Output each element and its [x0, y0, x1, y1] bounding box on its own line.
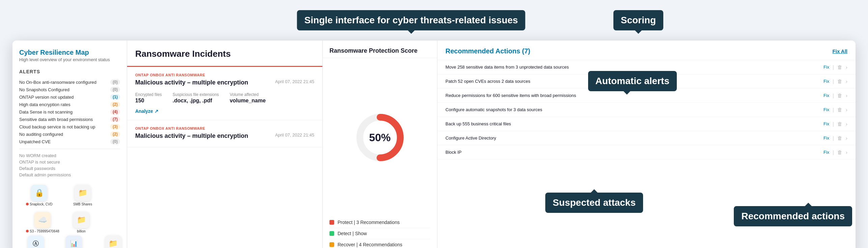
incident-tag: ONTAP ONBOX ANTI RANSOMWARE — [135, 73, 314, 77]
callout-scoring-label: Scoring — [621, 15, 656, 25]
action-label: Configure Active Directory — [445, 135, 823, 141]
delete-icon[interactable]: 🗑 — [837, 107, 842, 113]
encrypted-label: Encrypted files — [135, 92, 162, 97]
node-snaplock: 🔒 Snaplock, CVD — [26, 185, 53, 206]
delete-icon[interactable]: 🗑 — [837, 64, 842, 70]
incidents-list: ONTAP ONBOX ANTI RANSOMWARE Malicious ac… — [127, 67, 322, 147]
scoring-panel-header: Ransomware Protection Score — [323, 41, 437, 58]
extensions-value: .docx, .jpg, .pdf — [173, 98, 212, 103]
fix-link[interactable]: Fix — [823, 150, 829, 155]
fix-link[interactable]: Fix — [823, 79, 829, 84]
incident-tag: ONTAP ONBOX ANTI RANSOMWARE — [135, 126, 314, 130]
actions-header: Recommended Actions (7) Fix All — [437, 41, 856, 60]
alert-label: No auditing configured — [19, 132, 63, 137]
action-label: Reduce permissions for 600 sensitive ite… — [445, 93, 823, 98]
callout-auto-alerts: Automatic alerts — [588, 71, 677, 91]
action-controls: Fix | 🗑 › — [823, 135, 847, 141]
action-row: Configure automatic snapshots for 3 data… — [437, 103, 856, 117]
node-sharepoint: 📊 SharePoint Online ne... — [56, 235, 91, 248]
delete-icon[interactable]: 🗑 — [837, 78, 842, 84]
delete-icon[interactable]: 🗑 — [837, 135, 842, 141]
donut-wrapper: 50% — [323, 58, 437, 214]
incident-meta: Encrypted files 150 Suspicious file exte… — [135, 92, 314, 104]
callout-suspected-label: Suspected attacks — [553, 197, 636, 208]
pipe: | — [833, 65, 834, 70]
alert-count: (0) — [110, 79, 120, 85]
alert-item: Cloud backup service is not backing up (… — [19, 123, 120, 130]
callout-scoring: Scoring — [613, 10, 663, 30]
callout-recommended-label: Recommended actions — [741, 211, 845, 221]
analyze-button[interactable]: Analyze ↗ — [135, 108, 314, 114]
legend-item: Recover | 4 Recommendations — [329, 239, 430, 248]
alert-count: (2) — [110, 131, 120, 137]
pipe: | — [833, 107, 834, 113]
muted-alert-item: No WORM created — [19, 152, 120, 159]
action-label: Back up 555 business critical files — [445, 121, 823, 126]
alert-count: (4) — [110, 109, 120, 115]
alert-label: Cloud backup service is not backing up — [19, 124, 95, 129]
action-label: Configure automatic snapshots for 3 data… — [445, 107, 823, 112]
middle-panel: Ransomware Incidents ONTAP ONBOX ANTI RA… — [127, 41, 323, 248]
delete-icon[interactable]: 🗑 — [837, 121, 842, 127]
chevron-icon[interactable]: › — [846, 121, 847, 127]
alert-label: ONTAP version not updated — [19, 95, 74, 100]
alert-item: High data encryption rates (2) — [19, 101, 120, 108]
legend-item: Detect | Show — [329, 228, 430, 239]
incident-card: ONTAP ONBOX ANTI RANSOMWARE Malicious ac… — [127, 67, 322, 120]
action-label: Block IP — [445, 150, 823, 155]
chevron-icon[interactable]: › — [846, 149, 847, 155]
incidents-title: Ransomware Incidents — [135, 49, 314, 59]
alert-item: ONTAP version not updated (1) — [19, 93, 120, 101]
fix-link[interactable]: Fix — [823, 107, 829, 112]
donut-label: 50% — [369, 131, 390, 144]
alert-count: (7) — [110, 117, 120, 122]
alert-label: No Snapshots Configured — [19, 87, 69, 92]
donut-chart: 50% — [353, 110, 407, 165]
dashboard: Cyber Resilience Map High level overview… — [12, 41, 856, 248]
alert-label: Data Sense is not scanning — [19, 109, 73, 115]
callout-top-label: Single interface for cyber threats-relat… — [305, 15, 518, 25]
chevron-icon[interactable]: › — [846, 135, 847, 141]
incident-name: Malicious activity – multiple encryption — [135, 132, 248, 140]
alert-count: (1) — [110, 94, 120, 100]
legend-items: Protect | 3 Recommendations Detect | Sho… — [323, 214, 437, 248]
fix-all-button[interactable]: Fix All — [833, 48, 847, 54]
legend-label: Recover | 4 Recommendations — [338, 242, 402, 247]
encrypted-files: Encrypted files 150 — [135, 92, 162, 104]
alert-item: No Snapshots Configured (0) — [19, 86, 120, 93]
alert-item: Sensitive data with broad permissions (7… — [19, 116, 120, 123]
alert-label: Unpatched CVE — [19, 139, 51, 144]
alert-label: High data encryption rates — [19, 102, 70, 107]
muted-alert-item: Default passwords — [19, 165, 120, 172]
left-panel: Cyber Resilience Map High level overview… — [12, 41, 127, 248]
alert-item: Unpatched CVE (0) — [19, 138, 120, 145]
fix-link[interactable]: Fix — [823, 121, 829, 126]
alert-count: (2) — [110, 102, 120, 107]
incident-card: ONTAP ONBOX ANTI RANSOMWARE Malicious ac… — [127, 120, 322, 147]
delete-icon[interactable]: 🗑 — [837, 93, 842, 98]
chevron-icon[interactable]: › — [846, 93, 847, 98]
legend-dot — [329, 220, 334, 225]
legend-label: Protect | 3 Recommendations — [338, 220, 400, 225]
pipe: | — [833, 93, 834, 98]
chevron-icon[interactable]: › — [846, 107, 847, 113]
left-panel-title: Cyber Resilience Map — [19, 49, 120, 56]
extensions-label: Suspicious file extensions — [173, 92, 219, 97]
legend-dot — [329, 242, 334, 247]
fix-link[interactable]: Fix — [823, 93, 829, 98]
muted-alert-item: Default admin permissions — [19, 172, 120, 178]
alert-count: (3) — [110, 124, 120, 129]
fix-link[interactable]: Fix — [823, 135, 829, 141]
legend-label: Detect | Show — [338, 231, 367, 236]
node-smb: 📁 SMB Shares — [73, 185, 92, 206]
callout-top: Single interface for cyber threats-relat… — [297, 10, 525, 30]
volume-value: volume_name — [230, 98, 266, 103]
actions-title: Recommended Actions (7) — [445, 47, 530, 55]
chevron-icon[interactable]: › — [846, 78, 847, 84]
delete-icon[interactable]: 🗑 — [837, 149, 842, 155]
alerts-list: No On-Box anti-ransomware configured (0)… — [19, 78, 120, 145]
chevron-icon[interactable]: › — [846, 64, 847, 70]
fix-link[interactable]: Fix — [823, 65, 829, 70]
action-controls: Fix | 🗑 › — [823, 107, 847, 113]
volume-label: Volume affected — [230, 92, 266, 97]
